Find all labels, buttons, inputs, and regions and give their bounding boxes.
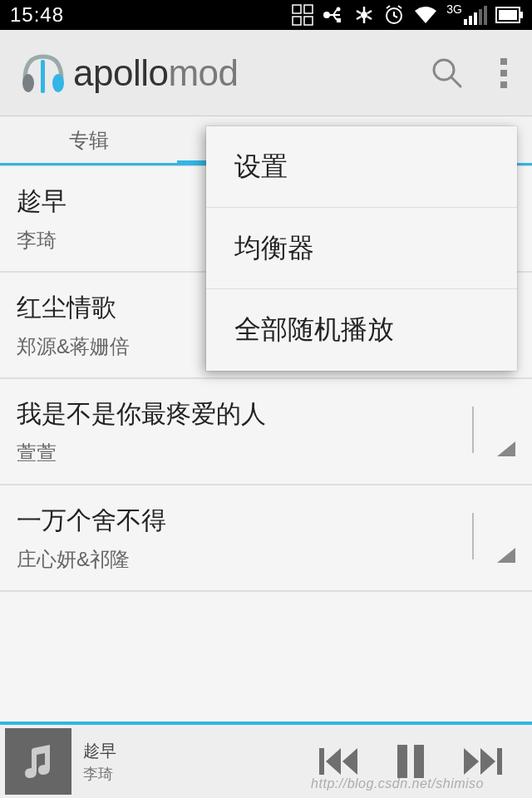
item-options-icon[interactable] [466,406,515,456]
search-icon[interactable] [429,55,466,91]
svg-rect-15 [499,10,517,20]
song-title: 我是不是你最疼爱的人 [17,397,466,431]
svg-rect-9 [464,19,467,25]
svg-point-17 [22,74,34,92]
svg-point-7 [361,12,367,18]
svg-rect-16 [520,12,523,18]
song-artist: 庄心妍&祁隆 [17,546,466,573]
player-info[interactable]: 趁早 李琦 [83,740,319,784]
usb-icon [322,5,345,25]
svg-rect-1 [304,5,313,13]
svg-rect-19 [41,60,45,93]
overflow-menu: 设置 均衡器 全部随机播放 [206,126,517,371]
alarm-icon [383,4,405,26]
svg-rect-25 [319,748,324,775]
next-button[interactable] [464,746,502,776]
svg-rect-10 [469,16,472,25]
status-time: 15:48 [10,3,64,27]
svg-rect-0 [293,5,301,13]
svg-rect-28 [497,748,502,775]
list-item[interactable]: 我是不是你最疼爱的人 萱萱 [0,379,532,485]
svg-rect-23 [500,70,507,76]
status-bar: 15:48 3G [0,0,532,30]
apps-icon [292,4,313,26]
watermark: http://blog.csdn.net/shimiso [311,776,484,791]
svg-rect-11 [474,12,477,25]
menu-item-shuffle-all[interactable]: 全部随机播放 [206,289,517,371]
svg-rect-13 [484,6,487,25]
list-item[interactable]: 一万个舍不得 庄心妍&祁隆 [0,485,532,592]
svg-rect-22 [500,58,507,65]
network-label: 3G [446,2,462,16]
now-playing-title: 趁早 [83,740,319,762]
menu-item-settings[interactable]: 设置 [206,126,517,208]
pause-button[interactable] [397,745,424,778]
svg-rect-3 [304,17,313,25]
song-title: 一万个舍不得 [17,504,466,538]
tab-albums[interactable]: 专辑 [0,127,177,165]
menu-item-equalizer[interactable]: 均衡器 [206,208,517,289]
battery-icon [495,7,524,23]
music-note-icon [20,743,57,780]
svg-point-5 [337,7,341,12]
status-icons: 3G [292,4,524,26]
previous-button[interactable] [319,746,357,776]
app-logo[interactable]: apollomod [17,47,429,100]
svg-rect-26 [397,745,407,778]
svg-rect-2 [293,17,301,25]
wifi-icon [413,5,438,25]
now-playing-artist: 李琦 [83,764,319,784]
app-bar: apollomod [0,30,532,116]
logo-text: apollomod [73,52,239,94]
overflow-menu-icon[interactable] [499,55,509,91]
svg-rect-27 [414,745,424,778]
album-art[interactable] [5,728,71,795]
svg-rect-6 [337,18,341,22]
headphones-icon [17,47,70,100]
song-artist: 萱萱 [17,440,466,466]
svg-rect-24 [500,81,507,88]
svg-line-21 [451,77,461,86]
item-options-icon[interactable] [466,513,515,563]
sync-icon [353,4,375,26]
signal-icon [464,5,487,25]
svg-rect-12 [479,9,482,25]
svg-point-18 [52,74,64,92]
